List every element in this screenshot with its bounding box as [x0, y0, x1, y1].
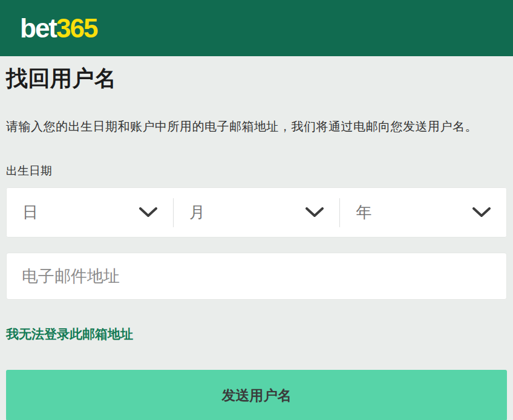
chevron-down-icon: [139, 207, 157, 218]
chevron-down-icon: [306, 207, 324, 218]
day-select[interactable]: 日: [7, 188, 173, 237]
dob-label: 出生日期: [6, 163, 507, 179]
page-title: 找回用户名: [6, 64, 507, 94]
month-select-label: 月: [189, 202, 205, 223]
logo-365-text: 365: [56, 13, 97, 43]
day-select-label: 日: [22, 202, 38, 223]
email-field-container: [6, 253, 507, 300]
instructions-text: 请输入您的出生日期和账户中所用的电子邮箱地址，我们将通过电邮向您发送用户名。: [6, 118, 507, 135]
app-header: bet365: [0, 0, 513, 56]
dob-dropdown-panel: 日 月 年: [6, 187, 507, 237]
year-select[interactable]: 年: [340, 188, 506, 237]
email-field[interactable]: [7, 253, 506, 299]
send-username-button[interactable]: 发送用户名: [6, 370, 507, 420]
year-select-label: 年: [356, 202, 371, 223]
month-select[interactable]: 月: [174, 188, 340, 237]
recover-username-page: 找回用户名 请输入您的出生日期和账户中所用的电子邮箱地址，我们将通过电邮向您发送…: [0, 64, 513, 420]
chevron-down-icon: [472, 207, 491, 218]
cannot-access-email-link[interactable]: 我无法登录此邮箱地址: [6, 326, 133, 343]
logo-bet-text: bet: [20, 13, 56, 43]
bet365-logo[interactable]: bet365: [20, 15, 97, 42]
